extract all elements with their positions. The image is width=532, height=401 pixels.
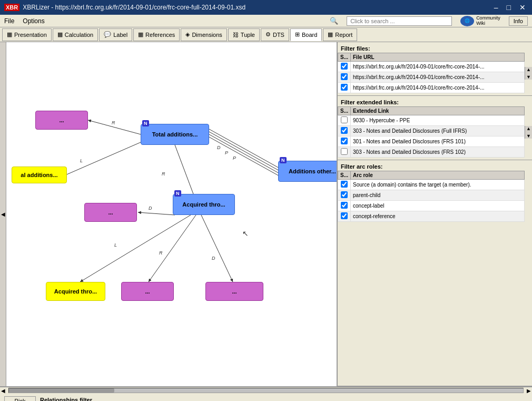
filter-ext-row: 301 - Notes and Detailed Disclosures (FR… xyxy=(338,136,525,147)
menu-options[interactable]: Options xyxy=(23,17,44,25)
filter-ext-col-s: S... xyxy=(338,107,351,115)
node-n9[interactable]: ... xyxy=(205,282,263,301)
tab-calculation[interactable]: ▦ Calculation xyxy=(53,28,98,41)
filter-arc-checkbox-3[interactable] xyxy=(341,212,348,219)
node-n1[interactable]: ... xyxy=(35,111,88,130)
bottom-controls: Pick Trans Relationships filter P C L D … xyxy=(0,394,532,401)
app-icon: XBR xyxy=(4,4,19,11)
search-input[interactable] xyxy=(347,16,452,26)
presentation-icon: ▦ xyxy=(7,31,12,38)
filter-extended-section: Filter extended links: S... Extended Lin… xyxy=(338,96,532,160)
filter-arc-row: concept-label xyxy=(338,201,525,211)
filter-arc-col-s: S... xyxy=(338,171,351,180)
filter-extended-table: S... Extended Link 9030 - Hypercube - PP… xyxy=(338,106,525,158)
filter-ext-row: 303 - Notes and Detailed Disclosures (FR… xyxy=(338,147,525,158)
report-icon: ▦ xyxy=(328,31,333,38)
filter-files-checkbox-1[interactable] xyxy=(341,73,348,80)
filter-arc-label-2: concept-label xyxy=(351,201,525,211)
cursor-indicator: ↖ xyxy=(242,229,249,238)
canvas-hscroll[interactable]: ◀ ▶ xyxy=(0,387,532,394)
filter-ext-label-2: 301 - Notes and Detailed Disclosures (FR… xyxy=(351,136,525,147)
filter-files-scrollbar[interactable]: ▲ ▼ xyxy=(525,67,532,80)
bottom-bar: ◀ ▶ Pick Trans Relationships filter P C … xyxy=(0,386,532,401)
close-button[interactable]: ✕ xyxy=(517,3,528,12)
filter-files-url-2: https://xbrl.frc.org.uk/fr/2014-09-01/co… xyxy=(351,83,525,93)
filter-arc-section: Filter arc roles: S... Arc role Source (… xyxy=(338,160,532,386)
filter-files-col-s: S... xyxy=(338,53,351,62)
pick-trans-group: Pick Trans xyxy=(4,396,36,401)
filter-ext-row: 9030 - Hypercube - PPE xyxy=(338,115,525,126)
node-n4[interactable]: N Additions other... xyxy=(278,161,337,182)
maximize-button[interactable]: □ xyxy=(505,3,513,12)
window-controls: – □ ✕ xyxy=(492,3,528,12)
filter-files-table: S... File URL https://xbrl.frc.org.uk/fr… xyxy=(338,53,525,93)
dts-icon: ⚙ xyxy=(265,31,271,38)
filter-extended-scrollbar[interactable]: ▲ ▼ xyxy=(525,126,532,139)
filter-ext-checkbox-1[interactable] xyxy=(341,127,348,134)
filter-files-col-url: File URL xyxy=(351,53,525,62)
filter-ext-col-link: Extended Link xyxy=(351,107,525,115)
titlebar-left: XBR XBRLizer - https://xbrl.frc.org.uk/f… xyxy=(4,4,245,11)
svg-line-7 xyxy=(138,212,175,215)
filter-files-url-0: https://xbrl.frc.org.uk/fr/2014-09-01/co… xyxy=(351,62,525,72)
filter-ext-checkbox-2[interactable] xyxy=(341,138,348,144)
node-n2-badge: N xyxy=(142,120,149,126)
pick-button[interactable]: Pick xyxy=(4,396,36,401)
tuple-icon: ⛓ xyxy=(233,32,239,38)
graph-canvas[interactable]: R L D P P R D L R D ... N Total addition… xyxy=(6,42,337,386)
node-n6-badge: N xyxy=(174,190,181,197)
info-button[interactable]: Info xyxy=(509,16,528,26)
tab-tuple[interactable]: ⛓ Tuple xyxy=(228,28,260,41)
left-collapse-arrow[interactable]: ◀ xyxy=(0,42,6,386)
filter-arc-checkbox-0[interactable] xyxy=(341,181,348,188)
filter-ext-label-0: 9030 - Hypercube - PPE xyxy=(351,115,525,126)
right-panel: Filter files: S... File URL https://xbrl… xyxy=(337,42,532,386)
filter-arc-checkbox-1[interactable] xyxy=(341,191,348,198)
tab-report[interactable]: ▦ Report xyxy=(323,28,357,41)
minimize-button[interactable]: – xyxy=(492,3,500,12)
filter-ext-checkbox-3[interactable] xyxy=(341,148,348,155)
relationships-filter: Relationships filter P C L D R G O xyxy=(40,397,498,401)
filter-ext-checkbox-0[interactable] xyxy=(341,116,348,123)
node-n3[interactable]: al additions... xyxy=(12,167,67,183)
filter-files-row: https://xbrl.frc.org.uk/fr/2014-09-01/co… xyxy=(338,62,525,72)
tab-dts[interactable]: ⚙ DTS xyxy=(261,28,289,41)
svg-line-1 xyxy=(67,142,141,174)
node-n5[interactable]: ... xyxy=(84,203,137,222)
filter-arc-col-role: Arc role xyxy=(351,171,525,180)
community-wiki[interactable]: 🌐 CommunityWiki xyxy=(460,16,500,26)
filter-arc-label-1: parent-child xyxy=(351,190,525,201)
node-n8[interactable]: ... xyxy=(121,282,174,301)
filter-files-checkbox-0[interactable] xyxy=(341,63,348,70)
filter-arc-label-0: Source (a domain) contains the target (a… xyxy=(351,180,525,190)
node-n6[interactable]: N Acquired thro... xyxy=(173,194,235,215)
filter-ext-row: 303 - Notes and Detailed Disclosures (Fu… xyxy=(338,126,525,136)
filter-files-url-1: https://xbrl.frc.org.uk/fr/2014-09-01/co… xyxy=(351,72,525,83)
tab-dimensions[interactable]: ◈ Dimensions xyxy=(181,28,226,41)
tab-board[interactable]: ⊞ Board xyxy=(290,28,322,41)
tab-presentation[interactable]: ▦ Presentation xyxy=(2,28,52,41)
filter-ext-label-3: 303 - Notes and Detailed Disclosures (FR… xyxy=(351,147,525,158)
filter-arc-row: parent-child xyxy=(338,190,525,201)
svg-line-9 xyxy=(149,215,196,282)
filter-arc-table: S... Arc role Source (a domain) contains… xyxy=(338,171,525,222)
label-icon: 💬 xyxy=(104,31,111,38)
svg-line-3 xyxy=(209,132,280,171)
node-n7[interactable]: Acquired thro... xyxy=(46,282,105,301)
hscrollbar-track[interactable] xyxy=(8,388,524,393)
filter-arc-checkbox-2[interactable] xyxy=(341,202,348,209)
filter-arc-title: Filter arc roles: xyxy=(338,162,532,171)
node-n2[interactable]: N Total additions... xyxy=(141,124,209,145)
svg-line-6 xyxy=(175,145,193,194)
tab-label[interactable]: 💬 Label xyxy=(99,28,132,41)
svg-line-4 xyxy=(209,134,280,174)
filter-files-checkbox-2[interactable] xyxy=(341,84,348,91)
tab-references[interactable]: ▦ References xyxy=(133,28,180,41)
search-icon: 🔍 xyxy=(330,17,338,25)
relationships-filter-title: Relationships filter xyxy=(40,397,498,401)
node-n4-badge: N xyxy=(280,157,287,163)
svg-line-10 xyxy=(201,215,233,282)
filter-ext-label-1: 303 - Notes and Detailed Disclosures (Fu… xyxy=(351,126,525,136)
menu-file[interactable]: File xyxy=(4,17,14,25)
filter-extended-title: Filter extended links: xyxy=(338,98,532,106)
